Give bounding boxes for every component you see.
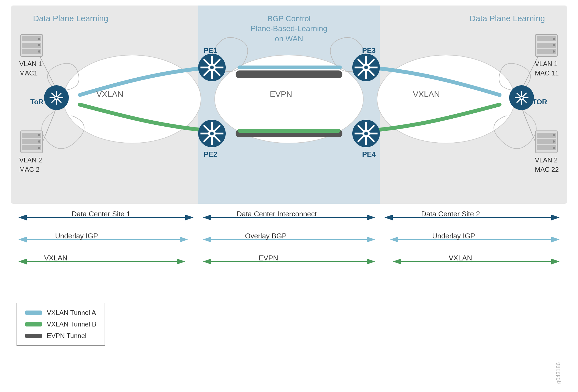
svg-point-62 xyxy=(38,147,40,149)
bottom-section: Data Center Site 1 Data Center Interconn… xyxy=(11,209,567,275)
server-top-left xyxy=(19,33,44,59)
dc-site2-label: Data Center Site 2 xyxy=(421,210,480,218)
server-top-right xyxy=(534,33,559,59)
svg-point-54 xyxy=(38,44,40,46)
svg-point-74 xyxy=(553,134,555,136)
svg-point-76 xyxy=(553,147,555,149)
vlan-top-right: VLAN 1MAC 11 xyxy=(535,59,559,78)
underlay-igp-right-label: Underlay IGP xyxy=(432,232,475,240)
diagram-area: BGP ControlPlane-Based-Learningon WAN Da… xyxy=(11,6,567,204)
arrow-row-3-svg xyxy=(11,253,567,270)
vxlan-left-label: VXLAN xyxy=(96,89,123,99)
legend-label-vxlan-a: VXLAN Tunnel A xyxy=(47,309,96,317)
vxlan-right-label: VXLAN xyxy=(413,89,440,99)
pe2-router xyxy=(198,120,226,147)
server-bottom-left xyxy=(19,129,44,155)
svg-point-68 xyxy=(553,44,555,46)
tor-left-label: ToR xyxy=(30,98,44,106)
arrow-row-3: VXLAN EVPN VXLAN xyxy=(11,253,567,270)
server-bottom-right xyxy=(534,129,559,155)
tor-right-router xyxy=(509,85,534,110)
arrow-row-1: Data Center Site 1 Data Center Interconn… xyxy=(11,209,567,226)
legend-item-evpn: EVPN Tunnel xyxy=(25,332,96,340)
legend-label-vxlan-b: VXLAN Tunnel B xyxy=(47,320,96,328)
dc-site1-label: Data Center Site 1 xyxy=(72,210,130,218)
main-container: BGP ControlPlane-Based-Learningon WAN Da… xyxy=(0,0,578,392)
vxlan-left-arrow-label: VXLAN xyxy=(44,254,67,262)
pe1-router xyxy=(198,54,226,81)
svg-point-75 xyxy=(553,140,555,143)
dpl-label-right: Data Plane Learning xyxy=(470,14,545,23)
evpn-center-label: EVPN xyxy=(270,89,292,99)
bgp-center-label: BGP ControlPlane-Based-Learningon WAN xyxy=(251,14,328,44)
watermark: g043186 xyxy=(555,362,561,384)
svg-point-0 xyxy=(63,55,201,143)
vxlan-right-arrow-label: VXLAN xyxy=(449,254,472,262)
pe4-label: PE4 xyxy=(362,150,376,159)
svg-point-55 xyxy=(38,50,40,53)
svg-point-67 xyxy=(553,38,555,40)
legend-swatch-vxlan-b xyxy=(25,322,42,326)
pe3-router xyxy=(352,54,380,81)
svg-point-13 xyxy=(55,97,58,99)
pe4-router xyxy=(352,120,380,147)
vlan-top-left: VLAN 1MAC1 xyxy=(19,59,42,78)
legend-item-vxlan-b: VXLAN Tunnel B xyxy=(25,320,96,328)
underlay-igp-left-label: Underlay IGP xyxy=(55,232,98,240)
tor-right-label: TOR xyxy=(532,98,547,106)
svg-point-41 xyxy=(364,66,368,69)
legend-item-vxlan-a: VXLAN Tunnel A xyxy=(25,309,96,317)
overlay-bgp-label: Overlay BGP xyxy=(245,232,287,240)
pe1-label: PE1 xyxy=(204,46,217,55)
arrow-row-2: Underlay IGP Overlay BGP Underlay IGP xyxy=(11,231,567,248)
svg-point-20 xyxy=(520,97,523,99)
svg-point-27 xyxy=(210,66,214,69)
svg-point-53 xyxy=(38,38,40,40)
svg-point-2 xyxy=(377,55,515,143)
svg-point-61 xyxy=(38,140,40,143)
evpn-arrow-label: EVPN xyxy=(259,254,278,262)
svg-line-3 xyxy=(40,56,55,87)
legend-swatch-vxlan-a xyxy=(25,311,42,315)
svg-point-34 xyxy=(210,132,214,135)
vlan-bottom-right: VLAN 2MAC 22 xyxy=(535,156,559,174)
legend: VXLAN Tunnel A VXLAN Tunnel B EVPN Tunne… xyxy=(17,303,105,346)
svg-point-69 xyxy=(553,50,555,53)
tor-left-router xyxy=(44,85,69,110)
dci-label: Data Center Interconnect xyxy=(237,210,317,218)
pe3-label: PE3 xyxy=(362,46,376,55)
legend-swatch-evpn xyxy=(25,334,42,338)
vlan-bottom-left: VLAN 2MAC 2 xyxy=(19,156,42,174)
svg-point-48 xyxy=(364,132,368,135)
pe2-label: PE2 xyxy=(204,150,217,159)
legend-label-evpn: EVPN Tunnel xyxy=(47,332,86,340)
svg-point-60 xyxy=(38,134,40,136)
dpl-label-left: Data Plane Learning xyxy=(33,14,108,23)
